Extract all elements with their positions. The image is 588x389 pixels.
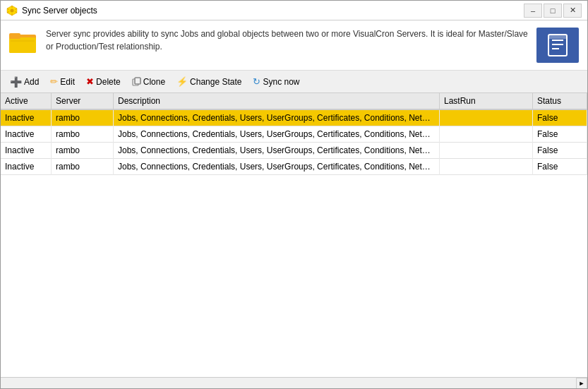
svg-rect-18 <box>135 78 140 84</box>
table-cell: rambo <box>52 109 114 126</box>
close-button[interactable]: ✕ <box>563 4 582 18</box>
table-cell: rambo <box>52 143 114 159</box>
edit-icon: ✏ <box>50 76 58 87</box>
clone-label: Clone <box>143 77 165 87</box>
table-body: InactiveramboJobs, Connections, Credenti… <box>1 109 587 175</box>
table-cell <box>440 143 533 159</box>
help-icon-panel <box>536 28 579 63</box>
col-header-description: Description <box>114 93 440 109</box>
title-bar-left: Sync Server objects <box>6 5 97 16</box>
table-container: Active Server Description LastRun Status… <box>1 93 587 388</box>
minimize-button[interactable]: – <box>524 4 542 18</box>
edit-button[interactable]: ✏ Edit <box>45 73 80 90</box>
table-cell: Inactive <box>1 126 52 143</box>
title-bar: Sync Server objects – □ ✕ <box>1 1 587 20</box>
table-row[interactable]: InactiveramboJobs, Connections, Credenti… <box>1 143 587 159</box>
table-row[interactable]: InactiveramboJobs, Connections, Credenti… <box>1 159 587 175</box>
table-cell: Jobs, Connections, Credentials, Users, U… <box>114 109 440 126</box>
add-button[interactable]: ➕ Add <box>5 73 44 90</box>
folder-icon <box>9 28 37 56</box>
table-cell: False <box>533 159 587 175</box>
svg-rect-16 <box>548 35 567 39</box>
change-state-label: Change State <box>190 77 241 87</box>
change-state-icon: ⚡ <box>176 76 188 87</box>
table-cell: Inactive <box>1 159 52 175</box>
col-header-lastrun: LastRun <box>440 93 533 109</box>
header-description: Server sync provides ability to sync Job… <box>46 28 528 53</box>
table-cell <box>440 109 533 126</box>
svg-point-1 <box>11 8 14 12</box>
document-lines-icon <box>545 32 570 58</box>
maximize-button[interactable]: □ <box>544 4 562 18</box>
table-row[interactable]: InactiveramboJobs, Connections, Credenti… <box>1 109 587 126</box>
sync-now-label: Sync now <box>263 77 299 87</box>
table-cell: Jobs, Connections, Credentials, Users, U… <box>114 126 440 143</box>
table-cell: Jobs, Connections, Credentials, Users, U… <box>114 159 440 175</box>
horizontal-scrollbar[interactable]: ► <box>1 377 587 388</box>
table-cell: False <box>533 143 587 159</box>
add-icon: ➕ <box>10 76 22 88</box>
table-cell: False <box>533 126 587 143</box>
table-header: Active Server Description LastRun Status <box>1 93 587 109</box>
table-row[interactable]: InactiveramboJobs, Connections, Credenti… <box>1 126 587 143</box>
clone-icon <box>132 77 141 86</box>
change-state-button[interactable]: ⚡ Change State <box>172 73 246 90</box>
col-header-active: Active <box>1 93 52 109</box>
table-cell <box>440 159 533 175</box>
clone-button[interactable]: Clone <box>127 74 170 90</box>
sync-now-button[interactable]: ↻ Sync now <box>248 73 304 90</box>
table-cell: rambo <box>52 159 114 175</box>
svg-rect-10 <box>9 33 20 39</box>
svg-rect-9 <box>9 37 36 53</box>
window-controls: – □ ✕ <box>524 4 582 18</box>
table-cell: Inactive <box>1 143 52 159</box>
delete-label: Delete <box>96 77 121 87</box>
scroll-right-button[interactable]: ► <box>576 378 587 389</box>
edit-label: Edit <box>60 77 75 87</box>
table-cell: False <box>533 109 587 126</box>
svg-rect-11 <box>11 40 35 42</box>
table-cell <box>440 126 533 143</box>
table-cell: Inactive <box>1 109 52 126</box>
table-cell: Jobs, Connections, Credentials, Users, U… <box>114 143 440 159</box>
add-label: Add <box>24 77 39 87</box>
table-cell: rambo <box>52 126 114 143</box>
window-title-icon <box>6 5 18 16</box>
col-header-server: Server <box>52 93 114 109</box>
delete-button[interactable]: ✖ Delete <box>81 73 126 90</box>
window-title: Sync Server objects <box>22 6 97 16</box>
sync-table: Active Server Description LastRun Status… <box>1 93 587 175</box>
delete-icon: ✖ <box>86 76 94 87</box>
toolbar: ➕ Add ✏ Edit ✖ Delete Clone ⚡ Change Sta… <box>1 71 587 93</box>
header-section: Server sync provides ability to sync Job… <box>1 20 587 71</box>
main-window: Sync Server objects – □ ✕ Server sync pr… <box>0 0 588 389</box>
sync-icon: ↻ <box>253 76 260 87</box>
col-header-status: Status <box>533 93 587 109</box>
